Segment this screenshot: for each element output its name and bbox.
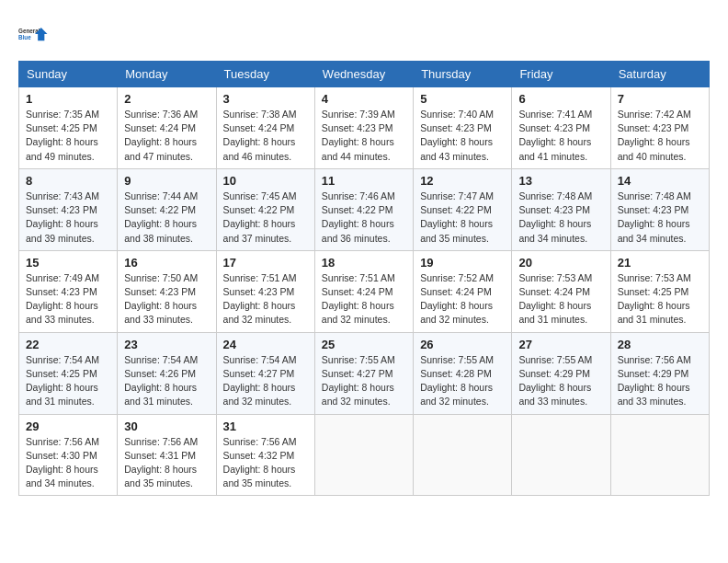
calendar-week-2: 8Sunrise: 7:43 AMSunset: 4:23 PMDaylight… xyxy=(19,168,710,250)
day-info: Sunrise: 7:35 AMSunset: 4:25 PMDaylight:… xyxy=(26,108,110,164)
day-info: Sunrise: 7:56 AMSunset: 4:29 PMDaylight:… xyxy=(618,353,702,409)
day-number: 9 xyxy=(124,174,209,188)
day-number: 14 xyxy=(618,174,702,188)
calendar-cell: 18Sunrise: 7:51 AMSunset: 4:24 PMDayligh… xyxy=(314,250,413,332)
calendar-cell xyxy=(414,414,512,496)
calendar-cell: 9Sunrise: 7:44 AMSunset: 4:22 PMDaylight… xyxy=(118,168,216,250)
calendar-cell xyxy=(314,414,413,496)
weekday-header-saturday: Saturday xyxy=(610,62,709,87)
calendar-cell: 23Sunrise: 7:54 AMSunset: 4:26 PMDayligh… xyxy=(118,332,216,414)
day-info: Sunrise: 7:43 AMSunset: 4:23 PMDaylight:… xyxy=(26,190,110,246)
calendar-cell: 30Sunrise: 7:56 AMSunset: 4:31 PMDayligh… xyxy=(118,414,216,496)
day-number: 8 xyxy=(26,174,110,188)
day-number: 1 xyxy=(26,92,110,106)
calendar-cell: 27Sunrise: 7:55 AMSunset: 4:29 PMDayligh… xyxy=(512,332,610,414)
calendar-cell xyxy=(610,414,709,496)
day-info: Sunrise: 7:48 AMSunset: 4:23 PMDaylight:… xyxy=(618,190,702,246)
day-number: 16 xyxy=(124,256,209,270)
day-info: Sunrise: 7:47 AMSunset: 4:22 PMDaylight:… xyxy=(420,190,505,246)
day-info: Sunrise: 7:48 AMSunset: 4:23 PMDaylight:… xyxy=(518,190,603,246)
day-info: Sunrise: 7:51 AMSunset: 4:24 PMDaylight:… xyxy=(322,271,406,327)
calendar-cell: 15Sunrise: 7:49 AMSunset: 4:23 PMDayligh… xyxy=(19,250,118,332)
day-info: Sunrise: 7:55 AMSunset: 4:29 PMDaylight:… xyxy=(518,353,603,409)
weekday-header-sunday: Sunday xyxy=(19,62,118,87)
day-info: Sunrise: 7:44 AMSunset: 4:22 PMDaylight:… xyxy=(124,190,209,246)
calendar-cell: 4Sunrise: 7:39 AMSunset: 4:23 PMDaylight… xyxy=(314,87,413,169)
calendar-week-5: 29Sunrise: 7:56 AMSunset: 4:30 PMDayligh… xyxy=(19,414,710,496)
day-number: 2 xyxy=(124,92,209,106)
day-number: 26 xyxy=(420,338,505,351)
day-info: Sunrise: 7:50 AMSunset: 4:23 PMDaylight:… xyxy=(124,271,209,327)
day-number: 12 xyxy=(420,174,505,188)
calendar-week-1: 1Sunrise: 7:35 AMSunset: 4:25 PMDaylight… xyxy=(19,87,710,169)
day-info: Sunrise: 7:54 AMSunset: 4:25 PMDaylight:… xyxy=(26,353,110,409)
day-info: Sunrise: 7:41 AMSunset: 4:23 PMDaylight:… xyxy=(518,108,603,164)
weekday-header-monday: Monday xyxy=(118,62,216,87)
calendar-cell: 22Sunrise: 7:54 AMSunset: 4:25 PMDayligh… xyxy=(19,332,118,414)
day-number: 20 xyxy=(518,256,603,270)
day-number: 22 xyxy=(26,338,110,351)
calendar-cell: 1Sunrise: 7:35 AMSunset: 4:25 PMDaylight… xyxy=(19,87,118,169)
weekday-header-wednesday: Wednesday xyxy=(314,62,413,87)
calendar-cell: 19Sunrise: 7:52 AMSunset: 4:24 PMDayligh… xyxy=(414,250,512,332)
day-number: 25 xyxy=(322,338,406,351)
calendar-cell: 29Sunrise: 7:56 AMSunset: 4:30 PMDayligh… xyxy=(19,414,118,496)
day-number: 3 xyxy=(223,92,308,106)
calendar-week-3: 15Sunrise: 7:49 AMSunset: 4:23 PMDayligh… xyxy=(19,250,710,332)
day-info: Sunrise: 7:53 AMSunset: 4:24 PMDaylight:… xyxy=(518,271,603,327)
day-number: 4 xyxy=(322,92,406,106)
logo-svg: GeneralBlue xyxy=(18,18,51,52)
calendar-cell: 13Sunrise: 7:48 AMSunset: 4:23 PMDayligh… xyxy=(512,168,610,250)
calendar-cell: 2Sunrise: 7:36 AMSunset: 4:24 PMDaylight… xyxy=(118,87,216,169)
day-info: Sunrise: 7:40 AMSunset: 4:23 PMDaylight:… xyxy=(420,108,505,164)
calendar-cell: 10Sunrise: 7:45 AMSunset: 4:22 PMDayligh… xyxy=(216,168,314,250)
weekday-header-row: SundayMondayTuesdayWednesdayThursdayFrid… xyxy=(19,62,710,87)
weekday-header-thursday: Thursday xyxy=(414,62,512,87)
day-number: 18 xyxy=(322,256,406,270)
day-info: Sunrise: 7:54 AMSunset: 4:27 PMDaylight:… xyxy=(223,353,308,409)
day-info: Sunrise: 7:42 AMSunset: 4:23 PMDaylight:… xyxy=(618,108,702,164)
day-number: 17 xyxy=(223,256,308,270)
calendar-cell: 7Sunrise: 7:42 AMSunset: 4:23 PMDaylight… xyxy=(610,87,709,169)
day-number: 27 xyxy=(518,338,603,351)
logo: GeneralBlue xyxy=(18,18,51,52)
calendar-cell: 31Sunrise: 7:56 AMSunset: 4:32 PMDayligh… xyxy=(216,414,314,496)
calendar-cell: 20Sunrise: 7:53 AMSunset: 4:24 PMDayligh… xyxy=(512,250,610,332)
day-info: Sunrise: 7:52 AMSunset: 4:24 PMDaylight:… xyxy=(420,271,505,327)
calendar-cell: 6Sunrise: 7:41 AMSunset: 4:23 PMDaylight… xyxy=(512,87,610,169)
day-number: 31 xyxy=(223,419,308,433)
day-number: 30 xyxy=(124,419,209,433)
calendar-cell: 14Sunrise: 7:48 AMSunset: 4:23 PMDayligh… xyxy=(610,168,709,250)
day-number: 28 xyxy=(618,338,702,351)
day-number: 29 xyxy=(26,419,110,433)
day-info: Sunrise: 7:39 AMSunset: 4:23 PMDaylight:… xyxy=(322,108,406,164)
day-number: 19 xyxy=(420,256,505,270)
day-info: Sunrise: 7:55 AMSunset: 4:28 PMDaylight:… xyxy=(420,353,505,409)
svg-text:Blue: Blue xyxy=(18,34,31,40)
day-info: Sunrise: 7:56 AMSunset: 4:30 PMDaylight:… xyxy=(26,435,110,491)
header: GeneralBlue xyxy=(18,18,710,52)
calendar-cell: 16Sunrise: 7:50 AMSunset: 4:23 PMDayligh… xyxy=(118,250,216,332)
calendar-cell: 26Sunrise: 7:55 AMSunset: 4:28 PMDayligh… xyxy=(414,332,512,414)
calendar-table: SundayMondayTuesdayWednesdayThursdayFrid… xyxy=(18,61,710,496)
calendar-cell: 12Sunrise: 7:47 AMSunset: 4:22 PMDayligh… xyxy=(414,168,512,250)
calendar-cell xyxy=(512,414,610,496)
day-number: 24 xyxy=(223,338,308,351)
day-info: Sunrise: 7:49 AMSunset: 4:23 PMDaylight:… xyxy=(26,271,110,327)
day-number: 6 xyxy=(518,92,603,106)
calendar-cell: 24Sunrise: 7:54 AMSunset: 4:27 PMDayligh… xyxy=(216,332,314,414)
day-number: 11 xyxy=(322,174,406,188)
day-info: Sunrise: 7:45 AMSunset: 4:22 PMDaylight:… xyxy=(223,190,308,246)
calendar-cell: 5Sunrise: 7:40 AMSunset: 4:23 PMDaylight… xyxy=(414,87,512,169)
day-number: 10 xyxy=(223,174,308,188)
day-info: Sunrise: 7:56 AMSunset: 4:31 PMDaylight:… xyxy=(124,435,209,491)
day-number: 23 xyxy=(124,338,209,351)
calendar-cell: 8Sunrise: 7:43 AMSunset: 4:23 PMDaylight… xyxy=(19,168,118,250)
day-info: Sunrise: 7:55 AMSunset: 4:27 PMDaylight:… xyxy=(322,353,406,409)
day-info: Sunrise: 7:53 AMSunset: 4:25 PMDaylight:… xyxy=(618,271,702,327)
calendar-cell: 28Sunrise: 7:56 AMSunset: 4:29 PMDayligh… xyxy=(610,332,709,414)
day-info: Sunrise: 7:38 AMSunset: 4:24 PMDaylight:… xyxy=(223,108,308,164)
day-number: 5 xyxy=(420,92,505,106)
calendar-cell: 17Sunrise: 7:51 AMSunset: 4:23 PMDayligh… xyxy=(216,250,314,332)
day-number: 21 xyxy=(618,256,702,270)
